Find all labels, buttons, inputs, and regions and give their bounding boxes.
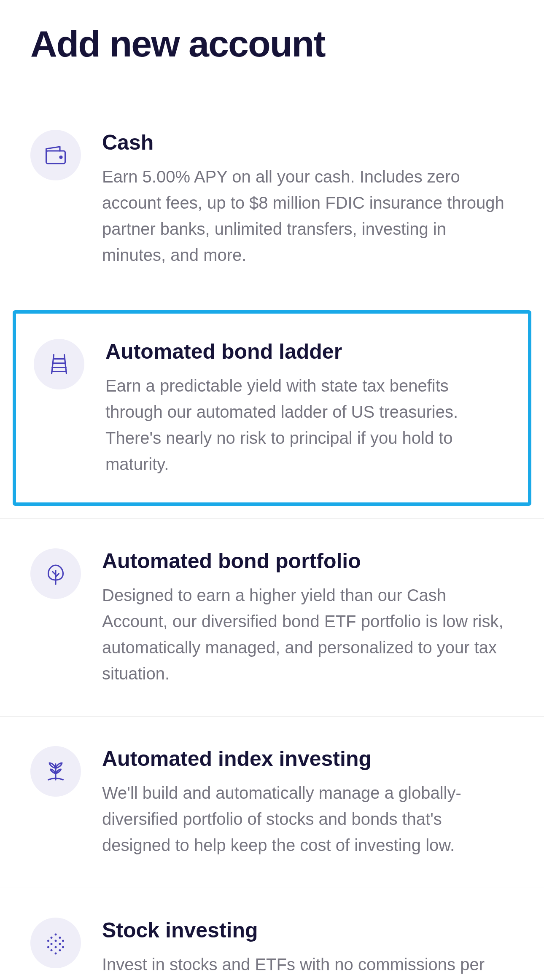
svg-point-1 bbox=[60, 156, 62, 158]
account-option-bond-portfolio[interactable]: Automated bond portfolio Designed to ear… bbox=[0, 518, 544, 716]
svg-point-18 bbox=[47, 946, 49, 948]
option-content: Automated bond ladder Earn a predictable… bbox=[105, 339, 510, 477]
option-content: Automated index investing We'll build an… bbox=[102, 746, 514, 858]
option-content: Cash Earn 5.00% APY on all your cash. In… bbox=[102, 130, 514, 268]
option-title: Automated bond ladder bbox=[105, 339, 510, 364]
option-description: Earn 5.00% APY on all your cash. Include… bbox=[102, 164, 514, 268]
ladder-icon bbox=[34, 339, 84, 389]
svg-point-23 bbox=[55, 953, 57, 955]
svg-point-22 bbox=[59, 949, 61, 951]
option-title: Stock investing bbox=[102, 918, 514, 943]
tree-icon bbox=[30, 548, 81, 599]
account-options-list: Cash Earn 5.00% APY on all your cash. In… bbox=[0, 100, 544, 980]
account-option-stock-investing[interactable]: Stock investing Invest in stocks and ETF… bbox=[0, 888, 544, 980]
option-description: Designed to earn a higher yield than our… bbox=[102, 582, 514, 687]
account-option-cash[interactable]: Cash Earn 5.00% APY on all your cash. In… bbox=[0, 100, 544, 298]
page-title: Add new account bbox=[0, 0, 544, 75]
svg-point-16 bbox=[51, 943, 53, 945]
wallet-icon bbox=[30, 130, 81, 180]
option-description: Earn a predictable yield with state tax … bbox=[105, 373, 510, 477]
account-option-index-investing[interactable]: Automated index investing We'll build an… bbox=[0, 716, 544, 888]
svg-point-13 bbox=[47, 940, 49, 942]
option-title: Automated index investing bbox=[102, 746, 514, 771]
plant-icon bbox=[30, 746, 81, 797]
svg-point-20 bbox=[62, 946, 64, 948]
svg-point-11 bbox=[51, 937, 53, 939]
svg-point-15 bbox=[62, 940, 64, 942]
option-description: Invest in stocks and ETFs with no commis… bbox=[102, 951, 514, 980]
svg-point-21 bbox=[51, 949, 53, 951]
svg-point-17 bbox=[59, 943, 61, 945]
option-title: Cash bbox=[102, 130, 514, 155]
svg-point-14 bbox=[55, 940, 57, 942]
dots-icon bbox=[30, 918, 81, 968]
option-content: Automated bond portfolio Designed to ear… bbox=[102, 548, 514, 687]
option-content: Stock investing Invest in stocks and ETF… bbox=[102, 918, 514, 980]
account-option-bond-ladder[interactable]: Automated bond ladder Earn a predictable… bbox=[13, 310, 531, 506]
svg-point-12 bbox=[59, 937, 61, 939]
option-title: Automated bond portfolio bbox=[102, 548, 514, 574]
svg-point-19 bbox=[55, 946, 57, 948]
svg-point-10 bbox=[55, 934, 57, 936]
option-description: We'll build and automatically manage a g… bbox=[102, 780, 514, 858]
